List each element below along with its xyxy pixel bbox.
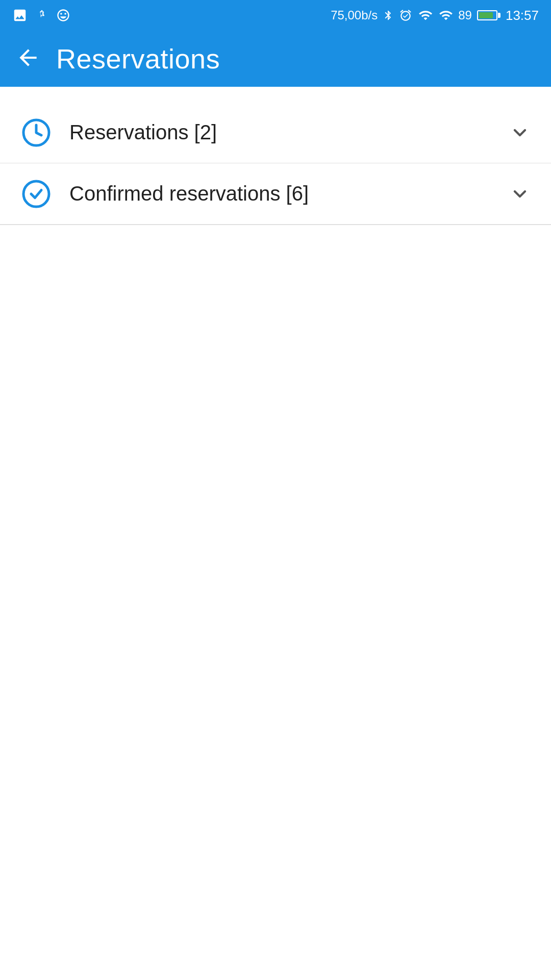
reservations-chevron bbox=[507, 120, 533, 145]
back-arrow-icon bbox=[15, 45, 41, 70]
main-content: Reservations [2] Confirmed reservations … bbox=[0, 87, 551, 225]
confirmed-reservations-icon-container bbox=[18, 176, 54, 212]
clock-check-icon bbox=[21, 179, 52, 209]
svg-point-1 bbox=[23, 181, 49, 207]
wifi-icon bbox=[417, 8, 434, 22]
battery-level: 89 bbox=[458, 8, 472, 22]
emoji-icon bbox=[56, 8, 70, 22]
confirmed-reservations-label: Confirmed reservations [6] bbox=[69, 182, 507, 205]
status-bar-right: 75,00b/s 89 13:57 bbox=[331, 8, 539, 23]
bluetooth-icon bbox=[383, 8, 394, 22]
top-spacer bbox=[0, 87, 551, 102]
status-bar-left-icons bbox=[12, 8, 70, 23]
reservations-icon-container bbox=[18, 115, 54, 151]
status-bar: 75,00b/s 89 13:57 bbox=[0, 0, 551, 31]
reservations-label: Reservations [2] bbox=[69, 121, 507, 144]
bottom-divider bbox=[0, 225, 551, 225]
signal-icon bbox=[439, 8, 453, 22]
chevron-down-icon-2 bbox=[510, 184, 530, 204]
confirmed-reservations-item[interactable]: Confirmed reservations [6] bbox=[0, 163, 551, 225]
clock-icon bbox=[21, 117, 52, 148]
chevron-down-icon-1 bbox=[510, 122, 530, 143]
network-speed: 75,00b/s bbox=[331, 8, 378, 22]
page-title: Reservations bbox=[56, 43, 220, 75]
back-button[interactable] bbox=[15, 45, 41, 72]
clock-display: 13:57 bbox=[506, 8, 539, 23]
battery-icon bbox=[477, 10, 500, 20]
usb-icon bbox=[35, 8, 49, 22]
alarm-status-icon bbox=[399, 9, 412, 22]
confirmed-reservations-chevron bbox=[507, 181, 533, 207]
image-icon bbox=[12, 8, 28, 23]
app-bar: Reservations bbox=[0, 31, 551, 87]
reservations-item[interactable]: Reservations [2] bbox=[0, 102, 551, 163]
